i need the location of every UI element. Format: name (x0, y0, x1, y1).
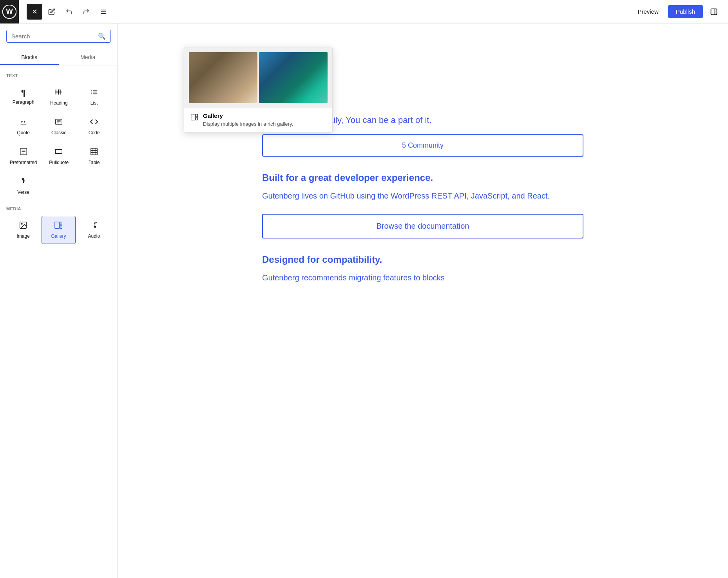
publish-button[interactable]: Publish (668, 5, 703, 18)
audio-icon (90, 221, 98, 231)
svg-rect-28 (91, 148, 98, 155)
blocks-list: TEXT ¶ Paragraph Heading (0, 65, 117, 578)
heading-icon (54, 88, 63, 98)
pullquote-icon (54, 147, 63, 157)
verse-icon (19, 177, 28, 187)
browse-docs-button[interactable]: Browse the documentation (262, 214, 583, 238)
block-gallery[interactable]: Gallery (42, 216, 75, 244)
redo-button[interactable] (78, 4, 94, 20)
gallery-placeholder: Gallery Display multiple images in a ric… (262, 39, 583, 102)
topbar: W ✕ Preview Publish (0, 0, 728, 23)
code-icon (90, 117, 98, 128)
undo-button[interactable] (61, 4, 77, 20)
search-input-wrapper: 🔍 (6, 30, 111, 43)
block-preformatted[interactable]: Preformatted (6, 142, 40, 170)
image-icon (19, 221, 27, 231)
tab-blocks[interactable]: Blocks (0, 49, 59, 65)
block-classic[interactable]: Classic (42, 112, 76, 141)
community-button[interactable]: 5 Community (262, 134, 583, 157)
table-icon (90, 147, 98, 157)
gallery-tooltip: Gallery Display multiple images in a ric… (184, 47, 333, 133)
svg-rect-15 (91, 94, 92, 94)
wordpress-logo: W (0, 0, 19, 23)
block-list-label: List (91, 100, 98, 106)
svg-rect-37 (60, 226, 62, 228)
block-code-label: Code (89, 130, 100, 135)
block-image-label: Image (16, 233, 29, 239)
block-gallery-label: Gallery (51, 233, 66, 239)
block-classic-label: Classic (51, 130, 67, 135)
media-blocks-grid: Image Gallery Audio (6, 216, 111, 244)
svg-rect-40 (196, 117, 197, 120)
search-box: 🔍 (0, 23, 117, 49)
tooltip-images (184, 47, 332, 108)
block-audio[interactable]: Audio (77, 216, 111, 244)
main-content: Gallery Display multiple images in a ric… (118, 23, 728, 578)
svg-rect-12 (93, 94, 97, 94)
svg-rect-35 (55, 222, 60, 229)
compat-para: Gutenberg recommends migrating features … (262, 271, 583, 284)
svg-text:W: W (6, 7, 13, 15)
topbar-actions: ✕ (22, 4, 116, 20)
svg-rect-38 (191, 114, 196, 120)
block-table-label: Table (89, 160, 100, 165)
svg-point-34 (22, 223, 23, 224)
svg-rect-11 (93, 92, 97, 92)
svg-rect-5 (711, 9, 717, 14)
svg-rect-25 (56, 150, 62, 154)
block-audio-label: Audio (88, 233, 100, 239)
text-blocks-grid: ¶ Paragraph Heading List (6, 83, 111, 200)
close-button[interactable]: ✕ (27, 4, 42, 20)
tabs-row: Blocks Media (0, 49, 117, 65)
svg-rect-39 (196, 114, 197, 117)
tooltip-text: Gallery Display multiple images in a ric… (203, 112, 293, 128)
search-input[interactable] (11, 33, 98, 40)
block-verse-label: Verse (17, 190, 29, 195)
block-heading-label: Heading (50, 100, 68, 106)
tooltip-gallery-icon (190, 113, 198, 123)
block-pullquote-label: Pullquote (49, 160, 69, 165)
block-paragraph-label: Paragraph (13, 99, 34, 105)
main-layout: 🔍 Blocks Media TEXT ¶ Paragraph He (0, 23, 728, 578)
block-quote-label: Quote (17, 130, 30, 135)
svg-rect-8 (60, 90, 61, 95)
block-code[interactable]: Code (77, 112, 111, 141)
compat-heading: Designed for compatibility. (262, 254, 583, 265)
preformatted-icon (19, 147, 28, 157)
svg-rect-10 (93, 90, 97, 91)
content-wrapper: Gallery Display multiple images in a ric… (262, 39, 583, 284)
classic-icon (54, 117, 63, 128)
tab-media[interactable]: Media (59, 49, 118, 65)
paragraph-icon: ¶ (21, 89, 26, 97)
block-list[interactable]: List (77, 83, 111, 111)
preview-button[interactable]: Preview (631, 5, 665, 18)
svg-rect-13 (91, 90, 92, 91)
search-icon: 🔍 (98, 33, 106, 40)
svg-rect-14 (91, 92, 92, 92)
tooltip-title: Gallery (203, 112, 293, 119)
tooltip-image-2 (259, 52, 328, 103)
text-section-label: TEXT (6, 73, 111, 78)
block-preformatted-label: Preformatted (10, 160, 37, 165)
developer-para: Gutenberg lives on GitHub using the Word… (262, 190, 583, 202)
block-table[interactable]: Table (77, 142, 111, 170)
edit-button[interactable] (44, 4, 60, 20)
block-image[interactable]: Image (6, 216, 40, 244)
sidebar-toggle-button[interactable] (706, 4, 722, 20)
tooltip-info: Gallery Display multiple images in a ric… (184, 108, 332, 132)
tooltip-image-1 (189, 52, 257, 103)
block-verse[interactable]: Verse (6, 172, 40, 200)
left-panel: 🔍 Blocks Media TEXT ¶ Paragraph He (0, 23, 118, 578)
block-quote[interactable]: Quote (6, 112, 40, 141)
gallery-icon (54, 221, 63, 231)
block-paragraph[interactable]: ¶ Paragraph (6, 83, 40, 111)
topbar-right: Preview Publish (631, 4, 728, 20)
block-heading[interactable]: Heading (42, 83, 76, 111)
list-icon (90, 88, 98, 98)
block-pullquote[interactable]: Pullquote (42, 142, 76, 170)
svg-rect-36 (60, 222, 62, 225)
list-view-button[interactable] (96, 4, 111, 20)
quote-icon (19, 117, 28, 128)
svg-rect-16 (20, 124, 26, 125)
tooltip-description: Display multiple images in a rich galler… (203, 121, 293, 128)
